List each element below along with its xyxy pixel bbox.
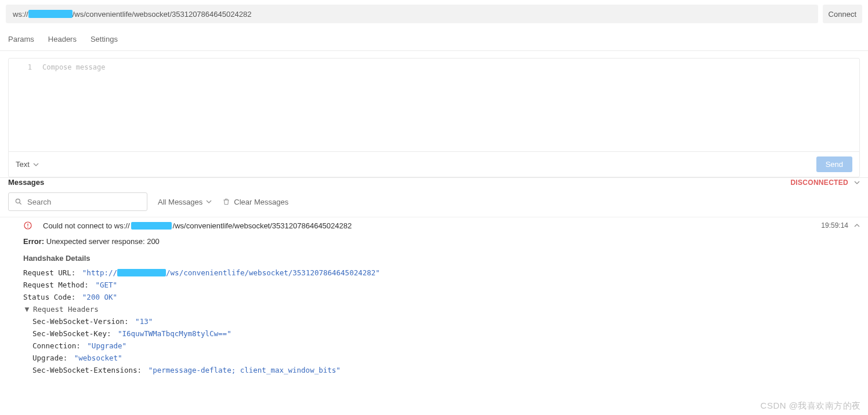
compose-placeholder: Compose message [42,63,105,71]
messages-toolbar: All Messages Clear Messages [0,190,868,217]
log-timestamp: 19:59:14 [821,221,848,230]
watermark: CSDN @我喜欢南方的夜 [761,401,861,412]
redacted-host [117,269,166,276]
log-message: Could not connect to ws:// /ws/convenien… [43,221,352,230]
search-input-wrapper[interactable] [8,192,147,211]
search-input[interactable] [27,198,141,206]
header-value: "Upgrade" [87,341,126,350]
tab-settings[interactable]: Settings [91,32,118,46]
connection-status-badge: DISCONNECTED [790,179,848,187]
header-value: "permessage-deflate; client_max_window_b… [149,366,341,374]
redacted-host [131,222,172,230]
request-url-prefix: "http:// [82,268,117,277]
header-key: Sec-WebSocket-Key: [32,329,111,338]
request-headers-label: Request Headers [33,305,99,314]
send-button[interactable]: Send [816,156,852,172]
message-type-label: Text [16,160,30,169]
header-row: Sec-WebSocket-Extensions: "permessage-de… [32,366,845,374]
request-headers-toggle[interactable]: ▼ Request Headers [23,305,845,314]
header-row: Sec-WebSocket-Key: "I6quwTWMaTbqcMym8tyl… [32,329,845,338]
header-key: Sec-WebSocket-Extensions: [32,366,142,374]
messages-filter-dropdown[interactable]: All Messages [158,198,212,206]
log-row[interactable]: Could not connect to ws:// /ws/convenien… [0,217,868,235]
messages-title: Messages [8,178,44,187]
header-key: Connection: [32,341,81,350]
header-value: "I6quwTWMaTbqcMym8tylCw==" [118,329,232,338]
messages-header: Messages DISCONNECTED [0,177,868,190]
line-number: 1 [28,63,32,71]
chevron-down-icon [33,162,39,168]
svg-line-1 [20,203,21,205]
connect-button[interactable]: Connect [823,5,862,23]
code-area[interactable]: Compose message [38,59,859,151]
header-row: Sec-WebSocket-Version: "13" [32,317,845,326]
redacted-host [28,10,73,18]
request-url-row: Request URL: "http:// /ws/convenientlife… [23,268,845,277]
tab-params[interactable]: Params [8,32,34,46]
header-value: "websocket" [74,354,122,362]
log-suffix: /ws/convenientlife/websocket/35312078646… [173,221,352,230]
request-url-label: Request URL: [23,268,75,277]
request-method-value: "GET" [95,281,117,289]
chevron-down-icon [206,199,212,205]
header-value: "13" [135,317,153,326]
caret-down-icon: ▼ [23,305,31,314]
message-type-dropdown[interactable]: Text [16,160,39,169]
clear-messages-button[interactable]: Clear Messages [222,198,288,206]
compose-editor[interactable]: 1 Compose message [9,59,859,151]
tab-headers[interactable]: Headers [48,32,77,46]
chevron-down-icon[interactable] [854,180,860,185]
status-code-label: Status Code: [23,293,75,301]
filter-label: All Messages [158,198,202,206]
chevron-up-icon[interactable] [854,223,860,228]
header-key: Sec-WebSocket-Version: [32,317,129,326]
log-prefix: Could not connect to ws:// [43,221,130,230]
trash-icon [222,198,230,206]
status-code-row: Status Code: "200 OK" [23,293,845,301]
error-label: Error: [23,237,44,246]
url-input[interactable]: ws:// /ws/convenientlife/websocket/35312… [6,5,818,23]
error-message: Unexpected server response: 200 [44,237,160,246]
search-icon [15,198,23,206]
error-icon [23,221,32,230]
log-details: Error: Unexpected server response: 200 H… [0,235,868,374]
header-row: Upgrade: "websocket" [32,354,845,362]
svg-point-0 [16,199,20,203]
top-bar: ws:// /ws/convenientlife/websocket/35312… [0,0,868,28]
header-row: Connection: "Upgrade" [32,341,845,350]
header-key: Upgrade: [32,354,67,362]
status-code-value: "200 OK" [82,293,117,301]
url-prefix: ws:// [13,10,28,19]
request-method-row: Request Method: "GET" [23,281,845,289]
svg-point-4 [27,227,28,228]
request-method-label: Request Method: [23,281,89,289]
url-suffix: /ws/convenientlife/websocket/35312078646… [73,10,252,19]
compose-panel: 1 Compose message Text Send [8,58,860,177]
request-tabs: Params Headers Settings [0,28,868,51]
line-gutter: 1 [9,59,38,151]
compose-footer: Text Send [9,151,859,177]
request-headers-block: Sec-WebSocket-Version: "13" Sec-WebSocke… [23,317,845,374]
error-line: Error: Unexpected server response: 200 [23,237,845,246]
handshake-title: Handshake Details [23,254,845,263]
clear-label: Clear Messages [234,198,288,206]
request-url-suffix: /ws/convenientlife/websocket/35312078646… [166,268,380,277]
